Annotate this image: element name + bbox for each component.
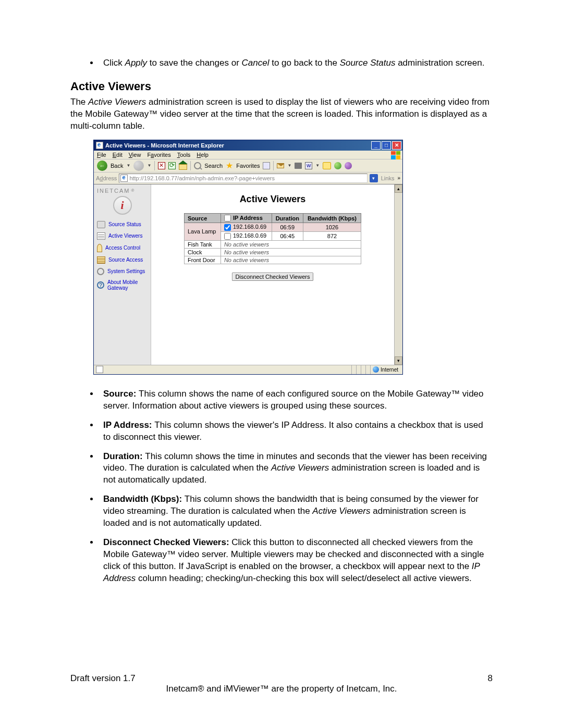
text: to save the changes or bbox=[147, 58, 241, 68]
forward-dropdown-icon[interactable]: ▼ bbox=[147, 163, 151, 168]
window-title: Active Viewers - Microsoft Internet Expl… bbox=[105, 142, 371, 149]
cell-no-viewers: No active viewers bbox=[221, 240, 361, 248]
gear-icon bbox=[97, 268, 104, 275]
cell-no-viewers: No active viewers bbox=[221, 256, 361, 264]
research-icon[interactable] bbox=[345, 162, 352, 169]
label: Bandwidth (Kbps): bbox=[103, 494, 185, 504]
menu-tools[interactable]: Tools bbox=[177, 152, 191, 158]
text: column heading; checking/un-checking thi… bbox=[136, 573, 471, 583]
toolbar: ← Back ▼ ▼ Search ★ Favorites ▼ W ▼ bbox=[94, 159, 402, 172]
address-url: http://192.168.0.77/admin/nph-admin.exe?… bbox=[129, 175, 275, 181]
sidebar-item-system-settings[interactable]: System Settings bbox=[97, 266, 148, 277]
status-zone: Internet bbox=[370, 365, 400, 374]
viewer-checkbox[interactable] bbox=[224, 224, 231, 231]
go-button[interactable]: ▾ bbox=[370, 174, 378, 182]
edit-word-icon[interactable]: W bbox=[305, 162, 312, 169]
status-page-icon bbox=[96, 366, 103, 373]
copyright: Inetcam® and iMViewer™ are the property … bbox=[70, 684, 493, 694]
draft-version: Draft version 1.7 bbox=[70, 673, 136, 684]
windows-logo-icon bbox=[391, 151, 400, 159]
maximize-button[interactable]: □ bbox=[382, 141, 391, 150]
table-row: Front Door No active viewers bbox=[185, 256, 361, 264]
menu-view[interactable]: View bbox=[129, 152, 141, 158]
search-label[interactable]: Search bbox=[204, 163, 223, 169]
col-ip: IP Address bbox=[221, 213, 272, 223]
text: to go back to the bbox=[269, 58, 339, 68]
italic-term: Active Viewers bbox=[312, 506, 370, 516]
close-button[interactable]: ✕ bbox=[392, 141, 401, 150]
menu-file[interactable]: File bbox=[97, 152, 106, 158]
table-row: Clock No active viewers bbox=[185, 248, 361, 256]
search-icon[interactable] bbox=[194, 162, 201, 169]
home-icon[interactable] bbox=[179, 162, 187, 170]
menu-edit[interactable]: Edit bbox=[113, 152, 123, 158]
text: Click bbox=[103, 58, 125, 68]
back-button[interactable]: ← bbox=[97, 161, 107, 171]
table-row: Fish Tank No active viewers bbox=[185, 240, 361, 248]
sidebar-item-source-access[interactable]: Source Access bbox=[97, 254, 148, 266]
cell-source: Lava Lamp bbox=[185, 223, 221, 240]
screenshot-container: Active Viewers - Microsoft Internet Expl… bbox=[93, 140, 403, 375]
intro-paragraph: The Active Viewers administration screen… bbox=[70, 96, 493, 132]
mail-icon[interactable] bbox=[277, 163, 284, 168]
brand-text: INETCAM® bbox=[97, 188, 148, 194]
menu-favorites[interactable]: Favorites bbox=[147, 152, 170, 158]
scroll-up-icon[interactable]: ▴ bbox=[395, 184, 402, 193]
cell-no-viewers: No active viewers bbox=[221, 248, 361, 256]
col-duration: Duration bbox=[272, 213, 303, 223]
disconnect-button[interactable]: Disconnect Checked Viewers bbox=[232, 273, 314, 281]
table-row: Lava Lamp 192.168.0.69 06:59 1026 bbox=[185, 223, 361, 232]
active-viewers-table: Source IP Address Duration Bandwidth (Kb… bbox=[184, 213, 361, 264]
ie-app-icon bbox=[96, 142, 103, 149]
cell-ip: 192.168.0.69 bbox=[221, 231, 272, 240]
page-footer: Draft version 1.7 8 Inetcam® and iMViewe… bbox=[70, 673, 493, 694]
globe-icon bbox=[373, 366, 379, 373]
vertical-scrollbar[interactable]: ▴ ▾ bbox=[394, 184, 402, 365]
refresh-icon[interactable] bbox=[168, 162, 176, 169]
text: This column shows the viewer's IP Addres… bbox=[103, 420, 483, 442]
back-label[interactable]: Back bbox=[111, 163, 123, 169]
text: administration screen. bbox=[395, 58, 484, 68]
favorites-icon[interactable]: ★ bbox=[226, 162, 233, 169]
italic-term: Active Viewers bbox=[271, 463, 329, 473]
discuss-icon[interactable] bbox=[323, 162, 331, 169]
sidebar-item-source-status[interactable]: Source Status bbox=[97, 219, 148, 230]
address-input[interactable]: http://192.168.0.77/admin/nph-admin.exe?… bbox=[119, 174, 367, 183]
cell-bandwidth: 1026 bbox=[303, 223, 361, 232]
help-icon: ? bbox=[97, 281, 104, 289]
back-dropdown-icon[interactable]: ▼ bbox=[126, 163, 130, 168]
favorites-label[interactable]: Favorites bbox=[236, 163, 260, 169]
cell-bandwidth: 872 bbox=[303, 231, 361, 240]
menubar: File Edit View Favorites Tools Help bbox=[94, 151, 402, 159]
viewer-checkbox[interactable] bbox=[224, 233, 231, 240]
brand-logo: i bbox=[113, 196, 132, 215]
cell-ip: 192.168.0.69 bbox=[221, 223, 272, 232]
print-icon[interactable] bbox=[295, 163, 302, 169]
media-icon[interactable] bbox=[263, 162, 270, 169]
page-icon bbox=[120, 175, 128, 182]
sidebar-item-active-viewers[interactable]: Active Viewers bbox=[97, 230, 148, 242]
sidebar: INETCAM® i Source Status Active Viewers … bbox=[94, 184, 151, 365]
italic-cancel: Cancel bbox=[242, 58, 270, 68]
forward-button[interactable] bbox=[133, 161, 144, 171]
label: Duration: bbox=[103, 451, 145, 461]
label: Source: bbox=[103, 389, 139, 399]
sidebar-item-about[interactable]: ?About Mobile Gateway bbox=[97, 277, 148, 293]
scroll-down-icon[interactable]: ▾ bbox=[395, 356, 402, 365]
text: This column shows the name of each confi… bbox=[103, 389, 484, 411]
status-bar: Internet bbox=[94, 365, 402, 374]
sidebar-item-access-control[interactable]: Access Control bbox=[97, 242, 148, 254]
cell-source: Clock bbox=[185, 248, 221, 256]
messenger-icon[interactable] bbox=[334, 162, 341, 169]
col-bandwidth: Bandwidth (Kbps) bbox=[303, 213, 361, 223]
links-chevron-icon[interactable]: » bbox=[397, 175, 400, 181]
mail-dropdown-icon[interactable]: ▼ bbox=[287, 163, 291, 168]
menu-help[interactable]: Help bbox=[197, 152, 209, 158]
edit-dropdown-icon[interactable]: ▼ bbox=[315, 163, 320, 168]
main-pane: Active Viewers Source IP Address Duratio… bbox=[151, 184, 394, 365]
minimize-button[interactable]: _ bbox=[371, 141, 381, 150]
cell-duration: 06:59 bbox=[272, 223, 303, 232]
links-label[interactable]: Links bbox=[380, 175, 396, 181]
select-all-checkbox[interactable] bbox=[224, 215, 231, 221]
stop-icon[interactable] bbox=[158, 162, 165, 169]
